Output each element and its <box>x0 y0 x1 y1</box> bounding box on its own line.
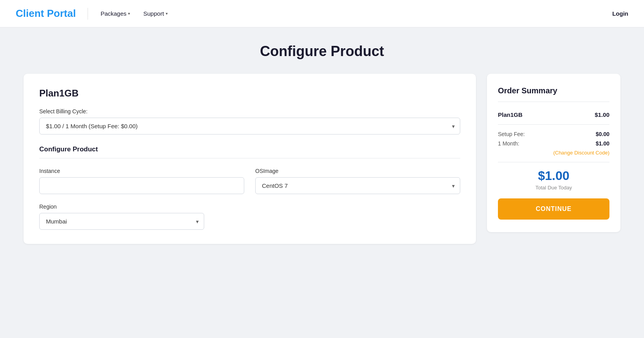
order-summary-card: Order Summary Plan1GB $1.00 Setup Fee: $… <box>487 74 620 232</box>
nav-support-label: Support <box>143 10 164 17</box>
navbar-divider <box>88 8 88 20</box>
continue-button[interactable]: CONTINUE <box>498 198 609 220</box>
summary-setup-label: Setup Fee: <box>498 131 525 137</box>
discount-code-link[interactable]: (Change Discount Code) <box>498 150 609 156</box>
summary-divider-1 <box>498 124 609 125</box>
summary-divider-2 <box>498 162 609 162</box>
billing-select-wrapper: $1.00 / 1 Month (Setup Fee: $0.00) ▾ <box>39 118 460 134</box>
nav-packages-label: Packages <box>101 10 126 17</box>
plan-title: Plan1GB <box>39 88 460 99</box>
osimage-label: OSImage <box>255 168 460 174</box>
summary-month-label: 1 Month: <box>498 140 519 147</box>
order-summary-title: Order Summary <box>498 86 609 102</box>
osimage-field-group: OSImage CentOS 7 ▾ <box>255 168 460 194</box>
chevron-down-icon: ▾ <box>128 11 130 16</box>
nav-support[interactable]: Support ▾ <box>139 7 172 20</box>
billing-select[interactable]: $1.00 / 1 Month (Setup Fee: $0.00) <box>39 118 460 134</box>
page-title: Configure Product <box>24 43 620 60</box>
region-field-group: Region Mumbai ▾ <box>39 204 204 230</box>
fields-row-1: Instance OSImage CentOS 7 ▾ <box>39 168 460 194</box>
chevron-down-icon: ▾ <box>166 11 168 16</box>
configure-section-title: Configure Product <box>39 145 460 158</box>
configure-card: Plan1GB Select Billing Cycle: $1.00 / 1 … <box>24 74 476 244</box>
billing-label: Select Billing Cycle: <box>39 108 460 114</box>
summary-setup-value: $0.00 <box>596 131 609 137</box>
summary-month-row: 1 Month: $1.00 <box>498 140 609 147</box>
page-content: Configure Product Plan1GB Select Billing… <box>0 27 644 260</box>
summary-month-value: $1.00 <box>596 140 609 147</box>
login-button[interactable]: Login <box>612 10 628 17</box>
navbar: Client Portal Packages ▾ Support ▾ Login <box>0 0 644 27</box>
navbar-nav: Packages ▾ Support ▾ <box>96 7 612 20</box>
osimage-select-wrapper: CentOS 7 ▾ <box>255 177 460 194</box>
total-due-label: Total Due Today <box>498 185 609 191</box>
summary-plan-label: Plan1GB <box>498 111 523 118</box>
total-amount: $1.00 <box>498 169 609 183</box>
nav-packages[interactable]: Packages ▾ <box>96 7 135 20</box>
osimage-select[interactable]: CentOS 7 <box>255 177 460 194</box>
region-label: Region <box>39 204 204 210</box>
instance-label: Instance <box>39 168 244 174</box>
region-select[interactable]: Mumbai <box>39 213 204 230</box>
instance-field-group: Instance <box>39 168 244 194</box>
summary-plan-row: Plan1GB $1.00 <box>498 111 609 118</box>
summary-setup-row: Setup Fee: $0.00 <box>498 131 609 137</box>
brand-logo[interactable]: Client Portal <box>16 7 76 20</box>
main-layout: Plan1GB Select Billing Cycle: $1.00 / 1 … <box>24 74 620 244</box>
instance-input[interactable] <box>39 177 244 194</box>
summary-plan-price: $1.00 <box>595 111 609 118</box>
region-select-wrapper: Mumbai ▾ <box>39 213 204 230</box>
